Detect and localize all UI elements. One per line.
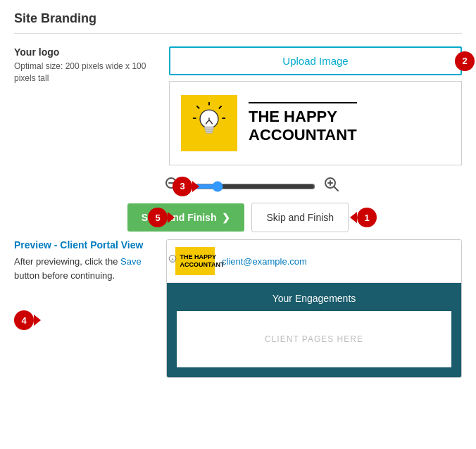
zoom-row: 3 <box>14 177 462 196</box>
svg-rect-8 <box>206 132 212 134</box>
portal-content-area: CLIENT PAGES HERE <box>177 311 451 367</box>
save-link[interactable]: Save <box>120 256 142 267</box>
chevron-right-icon: ❯ <box>222 212 230 223</box>
logo-upload-area: Upload Image 2 <box>169 46 462 165</box>
badge-4-area: 4 <box>14 310 155 330</box>
preview-title: Preview - Client Portal View <box>14 239 155 251</box>
portal-email: client@example.com <box>222 256 307 267</box>
page-title: Site Branding <box>14 11 462 34</box>
logo-text: THE HAPPY ACCOUNTANT <box>249 102 357 145</box>
logo-preview-box: THE HAPPY ACCOUNTANT <box>169 81 462 165</box>
logo-hint: Optimal size: 200 pixels wide x 100 pixe… <box>14 61 155 84</box>
logo-label-area: Your logo Optimal size: 200 pixels wide … <box>14 46 155 84</box>
svg-line-2 <box>196 106 199 109</box>
svg-rect-7 <box>205 129 213 132</box>
svg-rect-18 <box>170 262 174 263</box>
badge-3: 3 <box>173 177 192 196</box>
skip-and-finish-button[interactable]: Skip and Finish <box>251 203 349 232</box>
portal-logo-text: THE HAPPYACCOUNTANT <box>180 253 225 269</box>
badge-1-area: 1 <box>350 208 377 227</box>
logo-section: Your logo Optimal size: 200 pixels wide … <box>14 46 462 165</box>
zoom-relative-wrapper: 3 <box>14 177 462 196</box>
preview-label-area: Preview - Client Portal View After previ… <box>14 239 155 378</box>
portal-header: THE HAPPYACCOUNTANT client@example.com <box>167 240 461 283</box>
portal-engagements-title: Your Engagements <box>177 293 451 304</box>
badge-5: 5 <box>148 208 168 227</box>
action-row: 5 Save and Finish ❯ Skip and Finish 1 <box>14 203 462 232</box>
svg-rect-6 <box>205 127 214 129</box>
portal-preview: THE HAPPYACCOUNTANT client@example.com Y… <box>166 239 462 378</box>
logo-bulb-image <box>181 95 237 151</box>
logo-label: Your logo <box>14 46 155 58</box>
svg-line-14 <box>334 187 339 191</box>
badge-5-area: 5 <box>148 208 168 227</box>
portal-logo-small: THE HAPPYACCOUNTANT <box>175 247 215 275</box>
preview-hint: After previewing, click the Save button … <box>14 255 155 282</box>
badge-4: 4 <box>14 310 34 330</box>
portal-body: Your Engagements CLIENT PAGES HERE <box>167 283 461 377</box>
skip-button-area: Skip and Finish 1 <box>251 203 349 232</box>
zoom-in-icon[interactable] <box>324 177 339 196</box>
preview-section: Preview - Client Portal View After previ… <box>14 239 462 378</box>
upload-area-relative: Upload Image 2 <box>169 46 462 75</box>
save-and-finish-button[interactable]: Save and Finish ❯ <box>127 203 245 232</box>
zoom-slider[interactable] <box>189 181 315 192</box>
badge-1: 1 <box>357 208 377 227</box>
badge-1-arrow <box>350 212 357 223</box>
svg-line-1 <box>219 106 222 109</box>
portal-placeholder: CLIENT PAGES HERE <box>265 334 363 344</box>
svg-rect-19 <box>171 263 174 263</box>
badge-2: 2 <box>455 51 475 71</box>
upload-image-button[interactable]: Upload Image <box>169 46 462 75</box>
page-container: Site Branding Your logo Optimal size: 20… <box>0 0 476 389</box>
